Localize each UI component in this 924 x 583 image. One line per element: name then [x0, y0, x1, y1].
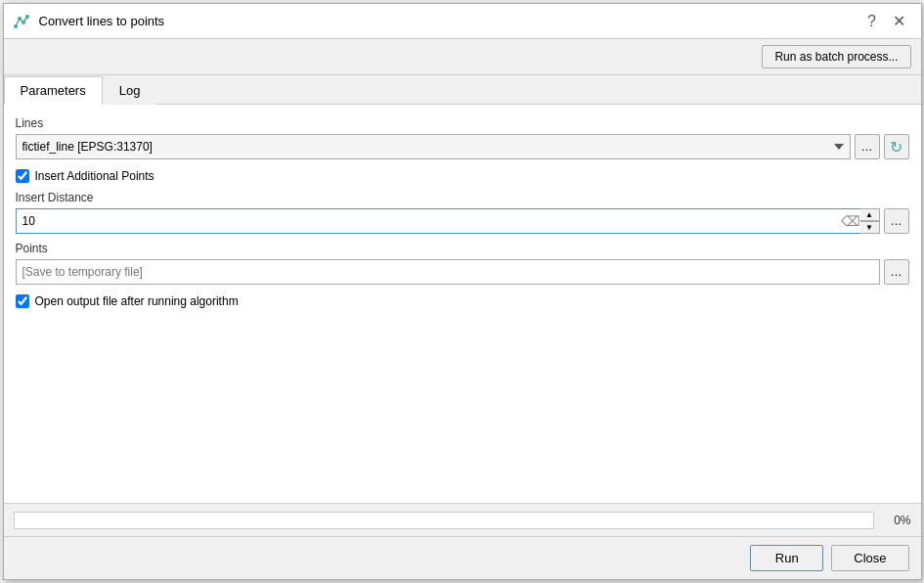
progress-area: 0%: [4, 503, 921, 536]
progress-label: 0%: [882, 514, 911, 527]
points-row: …: [16, 259, 909, 285]
dialog-title: Convert lines to points: [39, 14, 165, 28]
points-label: Points: [16, 242, 909, 255]
insert-distance-input[interactable]: [16, 208, 880, 234]
insert-additional-points-checkbox[interactable]: [16, 169, 29, 183]
svg-point-1: [18, 17, 22, 21]
lines-label: Lines: [16, 116, 909, 130]
svg-point-3: [25, 15, 29, 19]
insert-additional-points-label[interactable]: Insert Additional Points: [35, 169, 154, 183]
insert-distance-clear-button[interactable]: ⌫: [841, 214, 860, 228]
insert-additional-points-row: Insert Additional Points: [16, 169, 909, 183]
insert-distance-ellipsis-button[interactable]: …: [884, 208, 909, 234]
open-output-row: Open output file after running algorithm: [16, 294, 909, 308]
clear-icon: ⌫: [841, 214, 860, 228]
lines-refresh-button[interactable]: ↻: [884, 134, 909, 159]
insert-distance-up-button[interactable]: ▲: [860, 208, 880, 221]
close-window-button[interactable]: ✕: [888, 10, 911, 33]
close-button[interactable]: Close: [831, 545, 908, 571]
insert-distance-label: Insert Distance: [16, 191, 909, 204]
progress-bar: [14, 512, 874, 529]
insert-distance-input-wrap: ⌫ ▲ ▼: [16, 208, 880, 234]
insert-distance-down-button[interactable]: ▼: [860, 221, 880, 234]
dialog: Convert lines to points ? ✕ Run as batch…: [3, 3, 922, 580]
convert-lines-icon: [14, 13, 31, 30]
footer: Run Close: [4, 536, 921, 579]
help-button[interactable]: ?: [860, 10, 884, 33]
tab-bar: Parameters Log: [4, 75, 921, 105]
tab-parameters[interactable]: Parameters: [4, 76, 103, 105]
lines-ellipsis-button[interactable]: …: [855, 134, 880, 159]
run-button[interactable]: Run: [750, 545, 823, 571]
open-output-label[interactable]: Open output file after running algorithm: [35, 294, 239, 308]
open-output-checkbox[interactable]: [16, 294, 29, 308]
lines-row: fictief_line [EPSG:31370] … ↻: [16, 134, 909, 159]
tab-log[interactable]: Log: [103, 76, 157, 105]
title-bar-right: ? ✕: [860, 10, 911, 33]
points-input[interactable]: [16, 259, 880, 285]
insert-distance-row: ⌫ ▲ ▼ …: [16, 208, 909, 234]
points-ellipsis-button[interactable]: …: [884, 259, 909, 285]
ellipsis-icon-2: …: [891, 214, 902, 228]
svg-point-2: [22, 21, 25, 24]
arrow-down-icon: ▼: [865, 224, 873, 232]
arrow-up-icon: ▲: [865, 211, 873, 219]
toolbar: Run as batch process...: [4, 39, 921, 75]
svg-point-0: [14, 24, 18, 28]
ellipsis-icon: …: [861, 140, 873, 154]
insert-distance-spinner: ▲ ▼: [860, 208, 880, 234]
refresh-icon: ↻: [890, 138, 902, 157]
title-bar-left: Convert lines to points: [14, 13, 165, 30]
title-bar: Convert lines to points ? ✕: [4, 4, 921, 39]
batch-process-button[interactable]: Run as batch process...: [762, 45, 910, 68]
lines-select[interactable]: fictief_line [EPSG:31370]: [16, 134, 851, 159]
parameters-panel: Lines fictief_line [EPSG:31370] … ↻ Inse…: [4, 105, 921, 503]
ellipsis-icon-3: …: [891, 265, 902, 279]
